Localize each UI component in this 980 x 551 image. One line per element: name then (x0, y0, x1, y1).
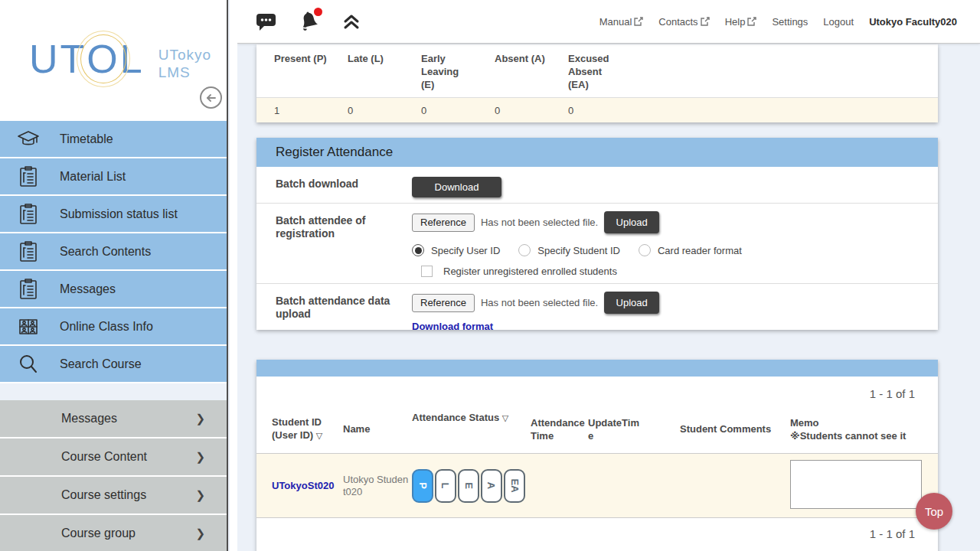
summary-header: Late (L) (330, 52, 403, 91)
sidebar-item-material-list[interactable]: Material List (0, 158, 227, 194)
reference-button[interactable]: Reference (412, 294, 475, 312)
summary-value-row: 1 0 0 0 0 (256, 97, 938, 122)
sidebar-item-course-messages[interactable]: Messages ❯ (0, 400, 227, 437)
sidebar-item-search-course[interactable]: Search Course (0, 346, 227, 382)
bell-icon[interactable] (298, 10, 321, 33)
contacts-link[interactable]: Contacts (658, 16, 709, 28)
summary-header: Excused Absent (EA) (550, 52, 624, 91)
memo-textarea[interactable] (790, 460, 922, 509)
sort-icon[interactable]: ▽ (316, 431, 322, 440)
sidebar-item-label: Course Content (61, 450, 147, 464)
status-button-absent[interactable]: A (481, 469, 502, 503)
notification-badge (314, 8, 322, 16)
summary-header: Present (P) (256, 52, 330, 91)
file-status-text: Has not been selected file. (481, 297, 598, 308)
logo-text: UT (29, 37, 87, 81)
radio-icon (412, 244, 424, 256)
batch-attendee-row: Batch attendee of registration Reference… (256, 204, 938, 284)
sidebar-item-submission-status-list[interactable]: Submission status list (0, 196, 227, 232)
arrow-left-icon (205, 92, 217, 104)
external-link-icon (701, 17, 710, 26)
batch-download-row: Batch download Download (256, 167, 938, 204)
summary-header: Absent (A) (477, 52, 550, 91)
batch-attendee-label: Batch attendee of registration (256, 204, 412, 283)
chevron-right-icon: ❯ (195, 488, 205, 502)
external-link-icon (634, 17, 643, 26)
external-link-icon (747, 17, 756, 26)
sidebar-item-messages[interactable]: Messages (0, 271, 227, 307)
chevron-right-icon: ❯ (195, 412, 205, 425)
logo-subtitle: UTokyo LMS (158, 46, 211, 81)
sidebar-spacer (0, 383, 227, 400)
sidebar-gutter (230, 0, 237, 551)
sort-icon[interactable]: ▽ (502, 413, 508, 422)
file-status-text: Has not been selected file. (481, 217, 598, 228)
header-student-id[interactable]: Student ID (User ID) ▽ (272, 416, 343, 442)
logo-o-ring: O (87, 37, 119, 81)
search-icon (15, 353, 41, 376)
chat-icon[interactable] (256, 11, 276, 31)
upload-button[interactable]: Upload (604, 292, 659, 314)
download-button[interactable]: Download (412, 177, 501, 197)
online-class-icon (15, 315, 41, 338)
manual-link[interactable]: Manual (599, 16, 644, 28)
chevron-right-icon: ❯ (195, 527, 205, 540)
register-attendance-card: Register Attendance Batch download Downl… (256, 138, 938, 330)
radio-icon (639, 244, 651, 256)
username: Utokyo Faculty020 (869, 16, 957, 28)
attendance-status-buttons: P L E A EA (412, 469, 531, 503)
upload-button[interactable]: Upload (604, 211, 659, 233)
clipboard-icon (15, 278, 41, 301)
summary-header: Early Leaving (E) (403, 52, 477, 91)
student-id-link[interactable]: UTokyoSt020 (272, 480, 343, 491)
summary-value-late: 0 (330, 105, 403, 116)
summary-value-absent: 0 (477, 105, 550, 116)
radio-icon (518, 244, 531, 256)
radio-card-reader-format[interactable]: Card reader format (639, 244, 742, 256)
sidebar-item-online-class-info[interactable]: Online Class Info (0, 308, 227, 344)
student-list-header-bar (256, 360, 938, 377)
sidebar-collapse-button[interactable] (200, 86, 222, 109)
status-button-late[interactable]: L (435, 469, 456, 503)
sidebar-item-label: Timetable (60, 132, 113, 146)
help-link[interactable]: Help (725, 16, 757, 28)
topbar-links: Manual Contacts Help Settings Logout Uto… (599, 16, 957, 28)
batch-download-label: Batch download (256, 167, 412, 203)
status-button-early-leaving[interactable]: E (458, 469, 479, 503)
logo-text-right: L (120, 37, 145, 81)
status-button-present[interactable]: P (412, 469, 433, 503)
sidebar-item-label: Material List (60, 170, 126, 184)
utol-logo: UTOL UTokyo LMS (29, 37, 211, 81)
sidebar-item-course-settings[interactable]: Course settings ❯ (0, 477, 227, 514)
settings-link[interactable]: Settings (772, 16, 808, 28)
sidebar-item-label: Search Course (60, 357, 142, 371)
header-update-time: UpdateTime (588, 416, 680, 442)
sidebar-item-label: Submission status list (60, 207, 178, 221)
chevron-right-icon: ❯ (195, 450, 205, 464)
header-student-comments: Student Comments (680, 422, 790, 435)
batch-upload-label: Batch attendance data upload (256, 284, 412, 330)
header-attendance-status[interactable]: Attendance Status ▽ (412, 405, 531, 425)
status-button-excused-absent[interactable]: EA (504, 469, 525, 503)
sidebar-item-search-contents[interactable]: Search Contents (0, 233, 227, 269)
graduation-cap-icon (15, 128, 41, 151)
sidebar-item-course-content[interactable]: Course Content ❯ (0, 439, 227, 475)
summary-value-excused-absent: 0 (550, 105, 624, 116)
scroll-to-top-button[interactable]: Top (916, 493, 952, 530)
register-unregistered-checkbox[interactable] (421, 266, 433, 277)
logout-link[interactable]: Logout (823, 16, 854, 28)
header-name: Name (343, 422, 412, 435)
radio-specify-user-id[interactable]: Specify User ID (412, 244, 500, 256)
attendance-summary-card: Present (P) Late (L) Early Leaving (E) A… (256, 44, 938, 122)
collapse-up-icon[interactable] (342, 13, 361, 30)
pagination-bottom: 1 - 1 of 1 (256, 518, 938, 540)
section-title: Register Attendance (276, 145, 393, 160)
sidebar-item-course-group[interactable]: Course group ❯ (0, 515, 227, 551)
topbar: Manual Contacts Help Settings Logout Uto… (237, 0, 980, 44)
download-format-link[interactable]: Download format (412, 321, 493, 332)
logo-area: UTOL UTokyo LMS (0, 0, 227, 121)
sidebar-item-timetable[interactable]: Timetable (0, 121, 227, 157)
reference-button[interactable]: Reference (412, 214, 475, 232)
student-name: Utokyo Student020 (343, 474, 412, 498)
radio-specify-student-id[interactable]: Specify Student ID (518, 244, 620, 256)
